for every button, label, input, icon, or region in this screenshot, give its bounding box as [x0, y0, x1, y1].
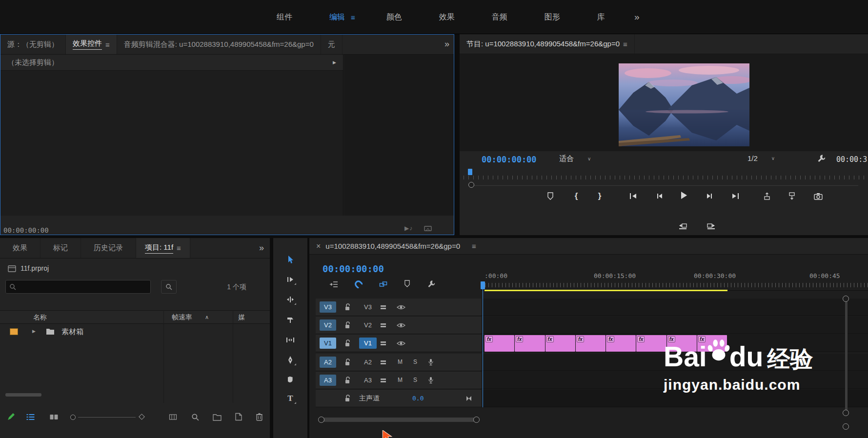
bin-twirl-icon[interactable]: ▶ [32, 329, 36, 334]
tool-type[interactable]: T [283, 391, 298, 406]
solo-button[interactable]: S [413, 358, 417, 365]
export-frame-small-icon[interactable] [424, 225, 432, 232]
tool-selection[interactable] [283, 253, 298, 267]
mute-button[interactable]: M [398, 358, 403, 365]
tab-history[interactable]: 历史记录 [81, 238, 136, 258]
workspace-tab-effects[interactable]: 效果 [421, 0, 473, 34]
sync-lock-icon[interactable] [380, 304, 386, 310]
project-file-name[interactable]: 11f.prproj [20, 264, 49, 272]
lift-icon[interactable] [761, 190, 773, 202]
workspace-tab-color[interactable]: 颜色 [368, 0, 421, 34]
tool-slip[interactable] [283, 333, 298, 347]
sort-ascending-icon[interactable]: ∧ [205, 314, 209, 320]
timeline-settings-wrench-icon[interactable] [427, 280, 435, 288]
program-timecode[interactable]: 00:00:00:00 [482, 155, 537, 164]
track-lock-icon[interactable] [344, 339, 350, 347]
eye-icon[interactable] [397, 304, 405, 310]
zoom-slider-handle[interactable] [70, 415, 76, 420]
sync-lock-icon[interactable] [380, 340, 386, 346]
voiceover-mic-icon[interactable] [428, 377, 434, 384]
audio-zoom-handle[interactable] [843, 423, 849, 430]
track-target-a3[interactable]: A3 [359, 375, 377, 386]
project-search-input[interactable] [5, 280, 151, 294]
linked-selection-icon[interactable] [379, 281, 387, 288]
timeline-timecode[interactable]: 00:00:00:00 [323, 263, 384, 274]
program-settings-wrench-icon[interactable] [817, 154, 826, 162]
tab-markers[interactable]: 标记 [40, 238, 81, 258]
tab-source-monitor[interactable]: 源：（无剪辑） [0, 35, 66, 54]
new-item-icon[interactable] [235, 413, 242, 421]
track-lock-icon[interactable] [344, 377, 350, 384]
effect-controls-overflow-chevron[interactable]: » [444, 39, 449, 49]
workspace-menu-icon[interactable]: ≡ [351, 0, 368, 34]
tool-pen[interactable] [283, 353, 298, 367]
track-lock-icon[interactable] [344, 358, 350, 366]
tool-ripple-edit[interactable] [283, 292, 298, 307]
eye-icon[interactable] [397, 340, 405, 346]
column-frame-rate[interactable]: 帧速率 [172, 313, 192, 322]
timeline-vertical-scrollbar[interactable] [845, 301, 848, 411]
extract-icon[interactable] [786, 190, 798, 202]
list-horizontal-scrollbar[interactable] [5, 393, 41, 397]
tab-metadata[interactable]: 元 [321, 35, 343, 54]
program-scroll-handle[interactable] [468, 182, 474, 188]
close-sequence-icon[interactable]: × [316, 242, 321, 251]
tab-project[interactable]: 项目: 11f≡ [136, 238, 190, 258]
overwrite-icon[interactable] [705, 220, 717, 232]
add-marker-icon[interactable] [544, 190, 557, 202]
vertical-zoom-handle-top[interactable] [843, 296, 849, 302]
solo-button[interactable]: S [413, 377, 417, 383]
track-content-v2[interactable] [482, 317, 868, 334]
zoom-slider-diamond-icon[interactable] [139, 414, 145, 420]
program-ruler[interactable] [464, 169, 864, 180]
tool-razor[interactable] [283, 313, 298, 327]
bin-label-swatch[interactable] [10, 328, 18, 335]
track-target-v2[interactable]: V2 [359, 319, 377, 331]
workspace-tab-graphics[interactable]: 图形 [526, 0, 579, 34]
effect-controls-panel-menu-icon[interactable]: ≡ [105, 40, 110, 49]
tab-effects[interactable]: 效果 [0, 238, 40, 258]
eye-icon[interactable] [397, 322, 405, 328]
voiceover-mic-icon[interactable] [428, 358, 434, 366]
track-content-v3[interactable] [482, 299, 868, 316]
timeline-playhead-line[interactable] [483, 289, 483, 407]
source-patch-a3[interactable]: A3 [320, 375, 336, 386]
timeline-horizontal-scrollbar[interactable] [321, 418, 478, 422]
insert-icon[interactable] [676, 220, 689, 232]
snap-magnet-icon[interactable] [354, 280, 363, 288]
timeline-clip[interactable]: fx [515, 335, 545, 352]
source-patch-v3[interactable]: V3 [320, 301, 336, 313]
program-panel-menu-icon[interactable]: ≡ [623, 40, 627, 48]
new-bin-folder-icon[interactable] [213, 414, 222, 421]
playback-resolution-select[interactable]: 1/2 ∨ [747, 154, 775, 162]
column-media[interactable]: 媒 [238, 313, 245, 322]
step-forward-icon[interactable] [704, 190, 716, 202]
play-audio-icon[interactable]: ▶♪ [404, 225, 412, 232]
go-to-out-icon[interactable] [729, 190, 742, 202]
timeline-clip[interactable]: fx [484, 335, 514, 352]
timeline-clip[interactable]: fx [606, 335, 636, 352]
project-writable-pencil-icon[interactable] [7, 413, 15, 421]
column-name[interactable]: 名称 [33, 313, 47, 322]
zoom-level-select[interactable]: 适合 ∨ [559, 154, 591, 163]
master-level-value[interactable]: 0.0 [412, 395, 424, 402]
play-button-icon[interactable] [677, 189, 690, 201]
timeline-ruler[interactable]: :00:00 00:00:15:00 00:00:30:00 00:00:45 [482, 269, 868, 291]
workspace-tab-audio[interactable]: 音频 [473, 0, 526, 34]
track-lock-icon[interactable] [344, 321, 350, 329]
track-lock-icon[interactable] [344, 395, 350, 402]
bin-row[interactable]: ▶ 素材箱 [0, 324, 270, 339]
tool-hand[interactable] [283, 372, 298, 386]
find-icon[interactable] [191, 413, 199, 421]
zoom-handle-left[interactable] [318, 417, 324, 423]
export-frame-camera-icon[interactable] [812, 190, 825, 202]
step-back-icon[interactable] [653, 190, 666, 202]
source-patch-v1[interactable]: V1 [320, 338, 336, 349]
list-view-icon[interactable] [26, 414, 35, 420]
track-target-v1[interactable]: V1 [359, 338, 377, 349]
zoom-slider-track[interactable] [78, 417, 136, 418]
timeline-clip[interactable]: fx [545, 335, 575, 352]
workspace-tab-assembly[interactable]: 组件 [258, 0, 311, 34]
find-button[interactable] [161, 280, 177, 294]
master-keyframe-bowtie-icon[interactable] [466, 396, 472, 401]
